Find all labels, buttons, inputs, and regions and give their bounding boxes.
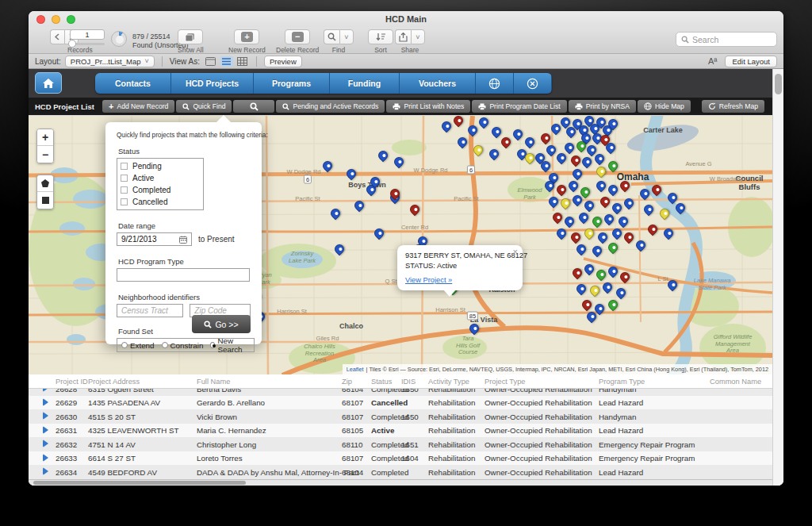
map-pin[interactable] <box>650 183 664 197</box>
map-pin[interactable] <box>583 263 596 276</box>
status-option-completed[interactable]: Completed <box>121 184 200 196</box>
map-pin[interactable] <box>603 213 616 226</box>
map-pin[interactable] <box>583 199 596 213</box>
table-view-button[interactable] <box>236 56 249 67</box>
search-input[interactable]: Search <box>676 32 777 47</box>
quick-find-button[interactable]: Quick Find <box>176 100 232 113</box>
share-dropdown-button[interactable]: ˅ <box>411 29 425 44</box>
tab-vouchers[interactable]: Vouchers <box>400 73 476 94</box>
table-row[interactable]: 266314325 LEAVENWORTH STMaria C. Hernand… <box>29 424 772 438</box>
print-program-date-button[interactable]: Print Program Date List <box>472 100 566 113</box>
program-type-input[interactable] <box>117 268 250 282</box>
map-pin[interactable] <box>615 286 628 300</box>
checkbox[interactable] <box>121 186 128 194</box>
zoom-in-button[interactable]: + <box>37 129 53 146</box>
edit-layout-button[interactable]: Edit Layout <box>725 56 777 67</box>
map-pin[interactable] <box>353 199 366 213</box>
map-pin[interactable] <box>571 167 584 181</box>
checkbox[interactable] <box>121 175 128 182</box>
search-records-button[interactable] <box>233 100 274 113</box>
map-pin[interactable] <box>591 215 604 228</box>
map-tab-button[interactable] <box>476 73 514 94</box>
view-project-link[interactable]: View Project » <box>405 275 452 286</box>
popup-close-icon[interactable]: × <box>513 248 518 256</box>
map-pin[interactable] <box>555 152 569 165</box>
zoom-window-button[interactable] <box>67 15 75 24</box>
checkbox[interactable] <box>121 163 128 170</box>
map-pin[interactable] <box>333 243 347 256</box>
map-pin[interactable] <box>607 241 620 255</box>
vertical-scrollbar-thumb[interactable] <box>775 74 782 94</box>
row-select-arrow-icon[interactable] <box>43 412 48 420</box>
map-pin[interactable] <box>666 191 680 205</box>
horizontal-scrollbar[interactable] <box>29 479 772 486</box>
sort-button[interactable] <box>368 29 393 44</box>
table-row[interactable]: 266286315 Ogden StreetBertha Davis68104C… <box>29 389 772 396</box>
tab-contacts[interactable]: Contacts <box>95 73 171 94</box>
status-option-cancelled[interactable]: Cancelled <box>121 196 200 208</box>
row-select-arrow-icon[interactable] <box>43 440 48 447</box>
map-pin[interactable] <box>452 115 465 127</box>
map-pin[interactable] <box>580 155 594 169</box>
table-row[interactable]: 266324751 N 14 AVChristopher Long68110Co… <box>29 437 772 451</box>
map-pin[interactable] <box>662 227 676 240</box>
census-tract-input[interactable]: Census Tract <box>117 304 183 317</box>
found-set-pie-chart[interactable] <box>111 31 127 47</box>
status-option-pending[interactable]: Pending <box>121 160 200 172</box>
status-option-active[interactable]: Active <box>121 172 200 184</box>
minimize-window-button[interactable] <box>52 15 60 24</box>
map-pin[interactable] <box>345 167 358 181</box>
map-pin[interactable] <box>666 278 680 292</box>
go-button[interactable]: Go >> <box>192 315 251 333</box>
map-pin[interactable] <box>619 271 632 284</box>
map-pin[interactable] <box>607 183 620 197</box>
map-pin[interactable] <box>569 231 583 244</box>
pending-active-records-button[interactable]: Pending and Active Records <box>276 100 385 113</box>
row-select-arrow-icon[interactable] <box>43 467 48 475</box>
found-set-option-constrain[interactable]: Constrain <box>162 341 204 350</box>
tab-funding[interactable]: Funding <box>330 73 400 94</box>
tab-hcd-projects[interactable]: HCD Projects <box>171 73 254 94</box>
hide-map-button[interactable]: Hide Map <box>638 100 691 113</box>
map-pin[interactable] <box>674 202 688 215</box>
add-new-record-button[interactable]: + Add New Record <box>102 100 174 113</box>
horizontal-scrollbar-thumb[interactable] <box>33 481 246 485</box>
row-select-arrow-icon[interactable] <box>43 454 48 462</box>
map-pin[interactable] <box>468 322 481 336</box>
map-pin[interactable] <box>638 187 652 201</box>
map-pin[interactable] <box>490 125 504 139</box>
map-pin[interactable] <box>599 195 612 209</box>
draw-rectangle-button[interactable] <box>37 192 53 209</box>
found-set-option-new-search[interactable]: New Search <box>210 336 246 354</box>
map-pin[interactable] <box>571 267 584 280</box>
vertical-scrollbar[interactable] <box>772 69 783 486</box>
map-pin[interactable] <box>658 207 672 221</box>
record-slider[interactable] <box>70 43 105 45</box>
row-select-arrow-icon[interactable] <box>43 426 48 434</box>
formatting-bar-icon[interactable]: Aª <box>708 56 717 66</box>
map-pin[interactable] <box>617 215 630 228</box>
map-pin[interactable] <box>575 243 588 256</box>
map-pin[interactable] <box>551 211 565 225</box>
map-pin[interactable] <box>601 281 615 294</box>
layout-selector[interactable]: PROJ_Pr...tList_Map ˅ <box>65 56 155 67</box>
map-pin[interactable] <box>545 144 558 157</box>
map-pin[interactable] <box>577 211 591 225</box>
map-pin[interactable] <box>440 120 454 133</box>
row-select-arrow-icon[interactable] <box>43 398 48 406</box>
map-pin[interactable] <box>523 136 537 149</box>
map-pin[interactable] <box>321 159 335 173</box>
delete-record-button[interactable]: − <box>285 29 310 44</box>
show-all-button[interactable] <box>178 29 203 44</box>
map-pin[interactable] <box>472 144 485 157</box>
map-pin[interactable] <box>622 231 636 244</box>
map-pin[interactable] <box>567 179 580 193</box>
map-pin[interactable] <box>555 183 569 197</box>
map-pin[interactable] <box>377 149 390 163</box>
print-list-notes-button[interactable]: Print List with Notes <box>386 100 470 113</box>
map-pin[interactable] <box>329 207 343 221</box>
calendar-icon[interactable] <box>179 236 187 244</box>
map-pin[interactable] <box>569 154 583 167</box>
tab-programs[interactable]: Programs <box>254 73 330 94</box>
close-tab-button[interactable] <box>514 73 552 94</box>
